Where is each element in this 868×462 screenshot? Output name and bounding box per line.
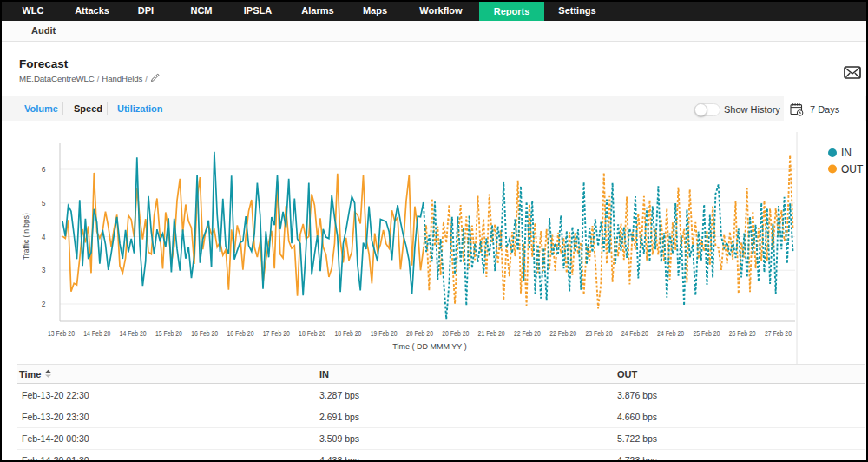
- svg-text:22 Feb 20: 22 Feb 20: [514, 329, 541, 338]
- svg-text:14 Feb 20: 14 Feb 20: [120, 329, 147, 338]
- svg-text:IN: IN: [841, 147, 852, 159]
- svg-text:17 Feb 20: 17 Feb 20: [263, 329, 290, 338]
- svg-text:24 Feb 20: 24 Feb 20: [657, 329, 684, 338]
- svg-text:18 Feb 20: 18 Feb 20: [334, 329, 361, 338]
- svg-text:22 Feb 20: 22 Feb 20: [549, 329, 576, 338]
- svg-text:18 Feb 20: 18 Feb 20: [299, 329, 326, 338]
- svg-text:13 Feb 20: 13 Feb 20: [48, 329, 75, 338]
- svg-text:6: 6: [42, 165, 46, 174]
- svg-text:4: 4: [42, 233, 46, 241]
- svg-text:23 Feb 20: 23 Feb 20: [586, 329, 613, 338]
- svg-text:14 Feb 20: 14 Feb 20: [83, 329, 110, 338]
- svg-text:20 Feb 20: 20 Feb 20: [442, 329, 469, 338]
- svg-text:16 Feb 20: 16 Feb 20: [227, 329, 254, 338]
- svg-text:16 Feb 20: 16 Feb 20: [191, 329, 218, 338]
- svg-text:26 Feb 20: 26 Feb 20: [729, 329, 756, 338]
- svg-text:21 Feb 20: 21 Feb 20: [478, 329, 505, 338]
- svg-text:24 Feb 20: 24 Feb 20: [621, 329, 648, 338]
- svg-text:5: 5: [42, 199, 46, 208]
- svg-text:Traffic (in bps): Traffic (in bps): [22, 213, 30, 260]
- svg-text:15 Feb 20: 15 Feb 20: [155, 329, 182, 338]
- svg-text:2: 2: [42, 300, 46, 308]
- svg-text:3: 3: [42, 266, 46, 274]
- svg-text:OUT: OUT: [841, 163, 864, 175]
- svg-text:20 Feb 20: 20 Feb 20: [406, 329, 433, 338]
- svg-text:27 Feb 20: 27 Feb 20: [765, 329, 792, 338]
- svg-text:19 Feb 20: 19 Feb 20: [371, 329, 398, 338]
- svg-text:25 Feb 20: 25 Feb 20: [693, 329, 720, 338]
- svg-text:Time ( DD MMM YY ): Time ( DD MMM YY ): [392, 342, 466, 351]
